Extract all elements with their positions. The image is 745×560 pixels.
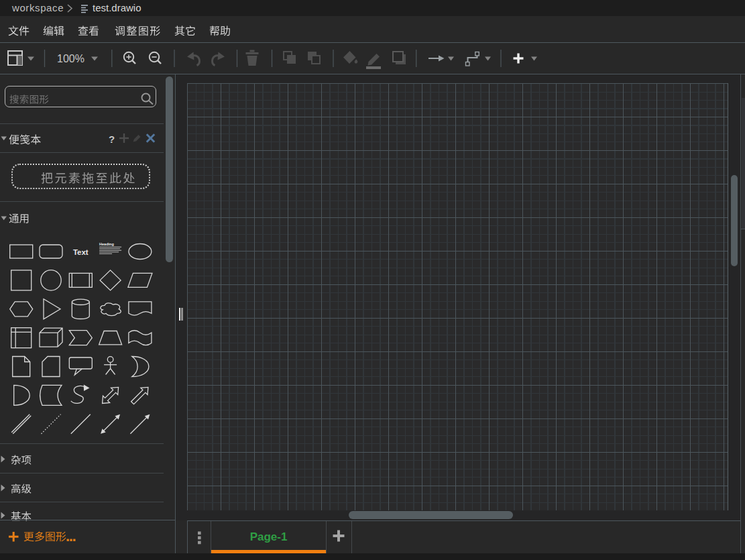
svg-text:100%: 100% (57, 53, 84, 64)
svg-text:Text: Text (73, 248, 89, 256)
svg-text:Heading: Heading (99, 242, 114, 246)
